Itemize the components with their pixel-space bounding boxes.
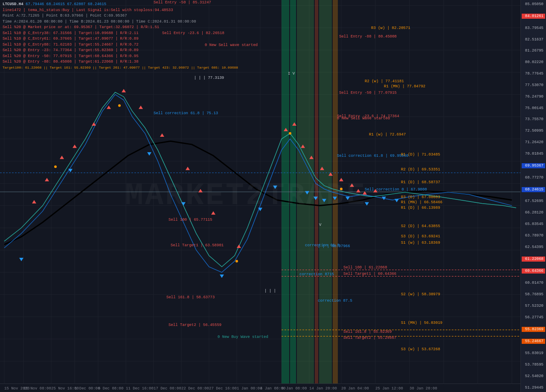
point-info: Point A:72.71265 | Point B:63.97966 | Po… bbox=[3, 14, 127, 18]
indicator-status: line1472 | tema_h1_status:Buy | Last Sig… bbox=[3, 8, 173, 12]
targets-row: Target100: 61.22068 || Target 161: 55.82… bbox=[3, 65, 238, 70]
sell-20-market: Sell %20 @ Market price or at: 69.95367 … bbox=[3, 25, 159, 29]
ticker-label: LTCUSD.H4 bbox=[3, 2, 23, 6]
price-8379: 83.79545 bbox=[522, 26, 545, 30]
chart-container: MARKET2TRADE LTCUSD.H4 67.79446 68.24615… bbox=[0, 0, 546, 392]
price-5503: 55.03019 bbox=[522, 351, 545, 355]
price-7375: 73.75570 bbox=[522, 117, 545, 121]
sell-20-entry23: Sell %20 @ Entry -23: 74.77364 | Target:… bbox=[3, 48, 139, 52]
price-7624: 76.24790 bbox=[522, 95, 545, 99]
price-8126: 81.26795 bbox=[522, 49, 545, 53]
price-7250: 72.50995 bbox=[522, 129, 545, 133]
chart-info-panel: LTCUSD.H4 67.79446 68.24615 67.62807 68.… bbox=[0, 0, 241, 72]
sell-20-entry88: Sell %20 @ Entry -88: 80.45008 | Target:… bbox=[3, 60, 139, 64]
price-7877: 78.77645 bbox=[522, 72, 545, 76]
price-6877: 68.77270 bbox=[522, 176, 545, 180]
price-7126: 71.26420 bbox=[522, 140, 545, 144]
price-6378: 63.78970 bbox=[522, 233, 545, 238]
price-6001: 60.01470 bbox=[522, 281, 545, 285]
price-6122: 61.22068 bbox=[522, 257, 545, 262]
price-6995: 69.95367 bbox=[522, 163, 545, 168]
price-5752: 57.52320 bbox=[522, 304, 545, 308]
price-5378: 53.78595 bbox=[522, 363, 545, 367]
price-8251: 82.51637 bbox=[522, 37, 545, 42]
price-5254: 52.54020 bbox=[522, 374, 545, 378]
price-6503: 65.03545 bbox=[522, 222, 545, 226]
time-info: Time A:2024.01.20 08:00:00 | Time B:2024… bbox=[3, 20, 196, 24]
price-7753: 77.53070 bbox=[522, 83, 545, 87]
price-6064: 60.64366 bbox=[522, 268, 545, 274]
price-5524: 55.24667 bbox=[522, 339, 545, 344]
price-6628: 66.28120 bbox=[522, 210, 545, 215]
price-5627: 56.27745 bbox=[522, 315, 545, 320]
sell-10-entry38: Sell %10 @ C_Entry38: 67.31566 | Target:… bbox=[3, 31, 139, 35]
time-axis bbox=[0, 383, 520, 392]
price-8505: 85.05050 bbox=[522, 2, 545, 6]
price-7001: 70.01845 bbox=[522, 152, 545, 156]
sell-20-entry50: Sell %20 @ Entry -50: 77.07915 | Target:… bbox=[3, 54, 139, 58]
price-8401: 84.01261 bbox=[522, 14, 545, 19]
price-6254: 62.54395 bbox=[522, 245, 545, 249]
price-8002: 80.02220 bbox=[522, 60, 545, 64]
sell-10-entry88: Sell %10 @ C_Entry88: 71.62103 | Target:… bbox=[3, 43, 139, 47]
price-5876: 58.76895 bbox=[522, 292, 545, 297]
price-axis: 85.05050 84.01261 83.79545 82.51637 81.2… bbox=[520, 0, 546, 392]
price-6824: 68.24615 bbox=[522, 187, 545, 192]
sell-10-entry61: Sell %10 @ C_Entry61: 69.37665 | Target:… bbox=[3, 37, 139, 41]
price-5582: 55.82369 bbox=[522, 327, 545, 332]
price-6752: 67.52695 bbox=[522, 199, 545, 203]
price-7500: 75.00145 bbox=[522, 106, 545, 110]
price-5129: 51.29445 bbox=[522, 386, 545, 390]
